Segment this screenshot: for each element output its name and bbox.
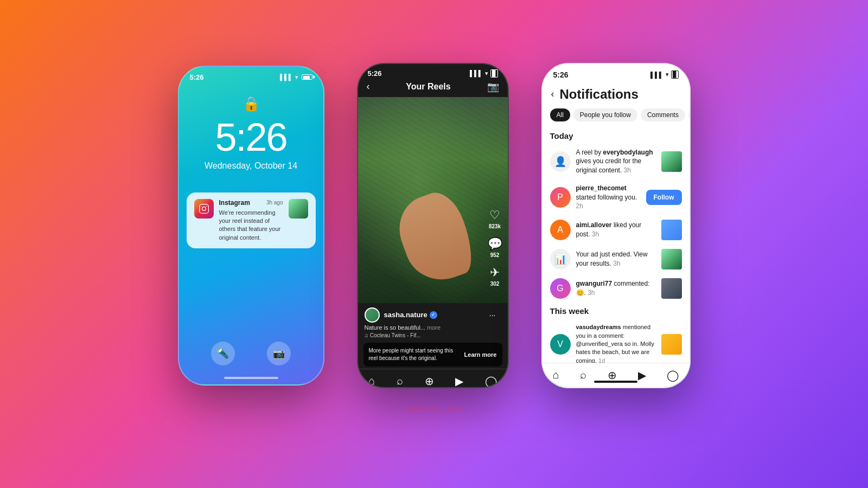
svg-rect-0 xyxy=(199,204,208,213)
reels-title: Your Reels xyxy=(370,82,487,92)
notif-thumb-like-aimi xyxy=(661,220,682,240)
reels-username: sasha.nature ✓ xyxy=(384,311,437,319)
notif-today-label: Today xyxy=(542,128,690,144)
notif-text-ad: Your ad just ended. View your results. 3… xyxy=(576,250,656,268)
notif-nav-reels[interactable]: ▶ xyxy=(638,369,646,382)
notif-avatar-pierre: P xyxy=(550,187,571,208)
notif-header-bar: ‹ Notifications xyxy=(542,82,690,108)
filter-all[interactable]: All xyxy=(550,108,570,121)
reels-video-area: ♡ 823k 💬 952 ✈ 302 xyxy=(358,97,508,303)
reels-music-info: ♫ Cocteau Twins - Fif... xyxy=(365,332,501,338)
lock-status-bar: 5:26 ▌▌▌ ▾ xyxy=(179,67,323,85)
notif-avatar-ad: 📊 xyxy=(550,249,571,269)
notif-text-mention-vasu: vasudaydreams mentioned you in a comment… xyxy=(576,323,656,365)
lock-content: 🔒 5:26 Wednesday, October 14 xyxy=(179,85,323,171)
notif-thumb-reel xyxy=(661,151,682,172)
reels-share-action[interactable]: ✈ 302 xyxy=(490,266,500,287)
lock-status-time: 5:26 xyxy=(190,73,204,81)
notif-nav-profile[interactable]: ◯ xyxy=(667,369,679,382)
notif-thisweek-label: This week xyxy=(542,303,690,319)
notif-time-like-aimi: 3h xyxy=(592,230,599,238)
lock-camera-icon[interactable]: 📷 xyxy=(267,342,291,365)
lock-notif-app-name: Instagram xyxy=(219,199,250,207)
reels-nav-add[interactable]: ⊕ xyxy=(425,375,434,388)
reels-status-icons: ▌▌▌ ▾ ▊ xyxy=(470,69,497,78)
lock-status-icons: ▌▌▌ ▾ xyxy=(280,74,312,81)
reels-nav-reels[interactable]: ▶ xyxy=(455,375,463,388)
notif-item-reel-credit: 👤 A reel by everybodylaugh gives you cre… xyxy=(542,144,690,179)
notif-text-like-aimi: aimi.allover liked your post. 3h xyxy=(576,221,656,239)
reels-learn-more-button[interactable]: Learn more xyxy=(464,351,497,358)
reels-nav-profile[interactable]: ◯ xyxy=(485,375,497,388)
battery-icon xyxy=(302,74,312,80)
notif-item-mention-vasu: V vasudaydreams mentioned you in a comme… xyxy=(542,319,690,369)
notif-screen-time: 5:26 xyxy=(553,70,569,79)
lock-flashlight-icon[interactable]: 🔦 xyxy=(211,342,235,365)
reels-nav-search[interactable]: ⌕ xyxy=(397,375,403,387)
lock-bottom-icons: 🔦 📷 xyxy=(179,342,323,365)
reels-share-icon: ✈ xyxy=(490,266,500,280)
notif-avatar-aimi: A xyxy=(550,220,571,240)
reels-promo-banner: More people might start seeing this reel… xyxy=(363,343,502,367)
lock-padlock-icon: 🔒 xyxy=(242,95,260,112)
reels-comments-count: 952 xyxy=(490,252,500,258)
notif-bottom-nav: ⌂ ⌕ ⊕ ▶ ◯ xyxy=(542,363,690,387)
reels-comment-action[interactable]: 💬 952 xyxy=(488,237,502,258)
notif-item-comment-gwanguri: G gwanguri77 commented: 😊. 3h xyxy=(542,274,690,303)
lock-home-bar xyxy=(224,377,278,379)
lock-date: Wednesday, October 14 xyxy=(205,161,297,171)
lock-time-display: 5:26 xyxy=(215,118,286,157)
lock-notif-body: We're recommending your reel instead of … xyxy=(219,209,283,242)
filter-comments[interactable]: Comments xyxy=(641,108,685,121)
reels-nav-bar: ⌂ ⌕ ⊕ ▶ ◯ xyxy=(358,369,508,388)
wifi-icon: ▾ xyxy=(295,74,298,81)
reels-nav-home[interactable]: ⌂ xyxy=(368,375,375,387)
lock-notif-time: 3h ago xyxy=(266,200,283,206)
notif-time-follow: 2h xyxy=(576,202,583,210)
reels-more-options[interactable]: ··· xyxy=(489,311,496,319)
notif-nav-search[interactable]: ⌕ xyxy=(580,369,586,381)
phones-container: 5:26 ▌▌▌ ▾ 🔒 5:26 Wednesday, October 14 xyxy=(178,63,691,388)
notif-item-follow: P pierre_thecomet started following you.… xyxy=(542,179,690,215)
notif-thumb-vasu xyxy=(661,334,682,355)
notif-back-button[interactable]: ‹ xyxy=(551,88,554,100)
notif-nav-add[interactable]: ⊕ xyxy=(608,369,617,382)
lock-notif-thumbnail xyxy=(289,199,308,219)
filter-people-you-follow[interactable]: People you follow xyxy=(573,108,637,121)
notif-item-like-aimi: A aimi.allover liked your post. 3h xyxy=(542,215,690,245)
lock-notif-header: Instagram 3h ago xyxy=(219,199,283,207)
reels-more-caption[interactable]: more xyxy=(427,324,441,331)
verified-badge: ✓ xyxy=(430,311,437,319)
notif-text-comment-gwanguri: gwanguri77 commented: 😊. 3h xyxy=(576,279,656,298)
notif-battery-icon: ▊ xyxy=(671,70,679,79)
notif-nav-home[interactable]: ⌂ xyxy=(553,369,559,381)
filter-follows[interactable]: Follows xyxy=(688,108,690,121)
signal-icon: ▌▌▌ xyxy=(280,74,292,80)
follow-button[interactable]: Follow xyxy=(646,190,682,205)
notif-screen-status-bar: 5:26 ▌▌▌ ▾ ▊ xyxy=(542,64,690,82)
notif-text-reel-credit: A reel by everybodylaugh gives you credi… xyxy=(576,148,656,175)
reels-shares-count: 302 xyxy=(490,281,500,287)
notif-thumb-ad xyxy=(661,249,682,269)
instagram-app-icon xyxy=(194,199,214,219)
reels-video-background xyxy=(358,97,508,303)
reels-header: ‹ Your Reels 📷 xyxy=(358,81,508,97)
lock-notification-card: Instagram 3h ago We're recommending your… xyxy=(187,192,316,249)
reels-right-actions: ♡ 823k 💬 952 ✈ 302 xyxy=(488,208,502,287)
notif-avatar-vasu: V xyxy=(550,334,571,355)
reels-promo-text: More people might start seeing this reel… xyxy=(369,347,460,362)
reels-heart-icon: ♡ xyxy=(489,208,500,222)
reels-like-action[interactable]: ♡ 823k xyxy=(489,208,501,229)
notif-text-follow: pierre_thecomet started following you. 2… xyxy=(576,184,641,211)
reels-signal-icon: ▌▌▌ xyxy=(470,70,482,76)
reels-comment-icon: 💬 xyxy=(488,237,502,251)
reels-caption: Nature is so beautiful... more xyxy=(365,324,501,331)
notif-avatar-gwanguri: G xyxy=(550,278,571,299)
notif-wifi-icon: ▾ xyxy=(666,71,669,78)
reels-user-row: sasha.nature ✓ ··· xyxy=(365,307,501,323)
reels-camera-button[interactable]: 📷 xyxy=(487,81,499,93)
notif-signal-icon: ▌▌▌ xyxy=(650,72,663,78)
phone-reels: 5:26 ▌▌▌ ▾ ▊ ‹ Your Reels 📷 ♡ 823k xyxy=(357,63,509,388)
notif-time-reel: 3h xyxy=(624,166,631,174)
notif-time-ad: 3h xyxy=(613,260,620,267)
